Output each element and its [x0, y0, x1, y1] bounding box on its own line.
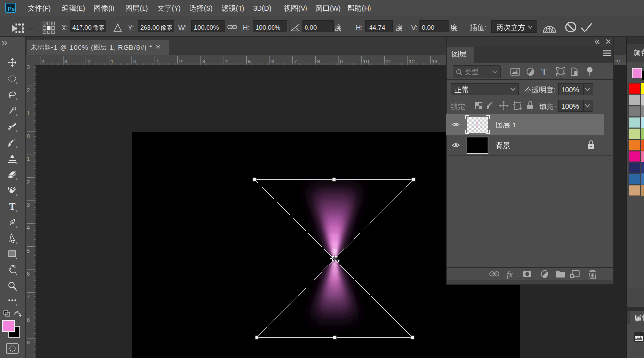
- svg-text:1: 1: [111, 59, 113, 64]
- svg-text:2: 2: [179, 59, 182, 64]
- svg-text:Ps: Ps: [8, 6, 15, 12]
- svg-text:100.00%: 100.00%: [194, 24, 219, 31]
- svg-text:(L): (L): [140, 4, 148, 12]
- svg-text:(V): (V): [298, 4, 307, 12]
- svg-text:263.00: 263.00: [140, 24, 160, 31]
- svg-text:1: 1: [510, 121, 516, 129]
- svg-text::: :: [554, 103, 556, 111]
- svg-text:6: 6: [27, 271, 30, 277]
- svg-text:1: 1: [27, 110, 30, 116]
- svg-text::: :: [485, 24, 487, 31]
- svg-text:4: 4: [42, 59, 45, 64]
- svg-text:5: 5: [248, 59, 251, 64]
- svg-text:4: 4: [27, 225, 30, 231]
- svg-text:100%: 100%: [562, 86, 579, 93]
- svg-text:3D(D): 3D(D): [253, 4, 271, 12]
- svg-text:(S): (S): [204, 4, 213, 12]
- svg-text:8: 8: [27, 317, 30, 323]
- svg-text:Y:: Y:: [128, 24, 134, 31]
- svg-text:-44.74: -44.74: [367, 24, 385, 31]
- svg-text:9: 9: [340, 59, 343, 64]
- svg-text:(H): (H): [362, 4, 371, 12]
- svg-text:1, RGB/8#) *: 1, RGB/8#) *: [107, 44, 153, 51]
- svg-text:2: 2: [27, 87, 30, 93]
- svg-text:V:: V:: [411, 24, 418, 31]
- svg-text:(Y): (Y): [172, 4, 181, 12]
- svg-text::: :: [466, 103, 467, 111]
- svg-text:(W): (W): [330, 4, 341, 12]
- svg-text:0.00: 0.00: [305, 24, 317, 31]
- svg-text:T: T: [9, 202, 16, 212]
- svg-text:(I): (I): [108, 4, 114, 12]
- svg-text:(E): (E): [76, 4, 85, 12]
- svg-text:1: 1: [156, 59, 159, 64]
- svg-text:(T): (T): [236, 4, 244, 12]
- svg-text:2: 2: [87, 59, 90, 64]
- svg-text:H:: H:: [243, 24, 250, 31]
- svg-text:7: 7: [27, 294, 30, 299]
- svg-text:X:: X:: [62, 24, 68, 31]
- svg-text:100%: 100%: [562, 102, 579, 110]
- svg-text:0: 0: [133, 59, 136, 64]
- svg-text:6: 6: [271, 59, 274, 64]
- svg-text:T: T: [541, 67, 547, 77]
- svg-text:9: 9: [27, 340, 30, 345]
- svg-text:fx: fx: [507, 270, 513, 279]
- svg-text:7: 7: [294, 59, 297, 64]
- svg-text:0: 0: [27, 133, 30, 139]
- svg-text:3: 3: [202, 59, 205, 64]
- svg-text:5: 5: [27, 248, 30, 254]
- svg-text:W:: W:: [178, 24, 187, 31]
- svg-text:100.00%: 100.00%: [256, 24, 281, 31]
- svg-text:3: 3: [27, 202, 30, 208]
- svg-text:H:: H:: [356, 24, 363, 31]
- svg-text:1: 1: [27, 156, 30, 162]
- svg-text:3: 3: [64, 59, 67, 64]
- svg-text:(F): (F): [42, 4, 51, 12]
- svg-text:8: 8: [317, 59, 320, 64]
- svg-text::: :: [554, 86, 556, 93]
- svg-text:-1 @ 100% (: -1 @ 100% (: [51, 44, 94, 51]
- svg-text:417.00: 417.00: [72, 24, 92, 31]
- svg-text:0.00: 0.00: [422, 24, 434, 31]
- svg-text:4: 4: [225, 59, 228, 64]
- svg-text:2: 2: [27, 179, 30, 185]
